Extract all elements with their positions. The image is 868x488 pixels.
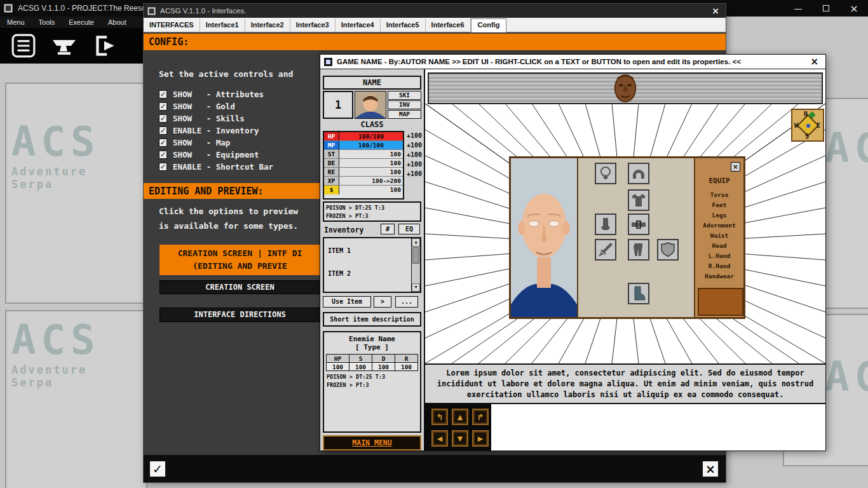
skills-button[interactable]: SKI	[388, 91, 421, 100]
compass-e: E	[817, 122, 820, 129]
move-forward-button[interactable]: ▲	[452, 409, 468, 425]
inventory-scrollbar[interactable]: ▲ ▼	[411, 238, 420, 292]
menu-item-menu[interactable]: Menu	[0, 18, 32, 26]
maximize-button[interactable]	[812, 0, 840, 17]
right-arrow-icon: ▶	[478, 435, 483, 443]
close-button[interactable]: ×	[840, 0, 868, 17]
project-panel	[5, 83, 147, 304]
character-avatar[interactable]	[355, 91, 386, 119]
tab-interface1[interactable]: Interface1	[200, 18, 245, 32]
config-intro-text: Set the active controls and	[159, 69, 293, 79]
move-right-button[interactable]: ▶	[472, 430, 489, 447]
waist-slot[interactable]	[628, 214, 649, 235]
checkbox-enable-inventory[interactable]: ✓ ENABLE - Inventory	[159, 125, 273, 137]
tab-interface6[interactable]: Interface6	[426, 18, 471, 32]
character-name-box[interactable]: NAME	[323, 76, 421, 90]
tab-interface2[interactable]: Interface2	[245, 18, 290, 32]
list-toolbar-button[interactable]	[6, 30, 41, 62]
menu-item-execute[interactable]: Execute	[62, 18, 101, 26]
creation-screen-intf-button[interactable]: CREATION SCREEN | INTF DI (EDITING AND P…	[159, 245, 320, 275]
handwear-slot[interactable]	[595, 214, 616, 235]
equip-close-icon[interactable]: ×	[731, 162, 740, 172]
de-label: DE	[324, 159, 339, 167]
boots-icon	[630, 285, 647, 302]
down-arrow-icon: ▼	[458, 435, 463, 443]
editing-text-line2: is available for some types.	[159, 221, 298, 231]
left-arrow-icon: ◀	[437, 435, 442, 443]
interfaces-window-title: ACSG V.1.1.0 - Interfaces.	[160, 7, 246, 15]
right-hand-slot[interactable]	[657, 239, 679, 261]
interfaces-bottombar: ✓ ×	[144, 455, 726, 482]
move-left-button[interactable]: ◀	[431, 430, 448, 447]
creation-button-line1: CREATION SCREEN | INTF DI	[159, 247, 320, 260]
checkbox-show-map[interactable]: ✓ SHOW - Map	[159, 137, 273, 149]
interfaces-titlebar: ACSG V.1.1.0 - Interfaces. ×	[144, 4, 726, 18]
scroll-down-icon[interactable]: ▼	[412, 283, 420, 292]
torso-slot[interactable]	[628, 189, 649, 211]
creation-screen-button[interactable]: CREATION SCREEN	[159, 280, 320, 294]
tab-interfaces[interactable]: INTERFACES	[144, 18, 200, 32]
close-icon[interactable]: ×	[712, 6, 719, 16]
checkbox-show-attributes[interactable]: ✓ SHOW - Attributes	[159, 88, 273, 100]
list-icon	[11, 33, 36, 58]
map-button[interactable]: MAP	[388, 110, 421, 119]
enemy-status-frozen: FROZEN > PT:3	[327, 381, 420, 390]
anvil-toolbar-button[interactable]	[47, 30, 81, 62]
adornment-slot[interactable]	[595, 163, 616, 184]
move-back-button[interactable]: ▼	[452, 430, 468, 447]
config-section-header: CONFIG:	[144, 34, 726, 50]
use-item-button[interactable]: Use Item	[323, 296, 371, 308]
enemy-r-value: 100	[395, 363, 418, 371]
minimize-button[interactable]: —	[784, 0, 812, 17]
inventory-button[interactable]: INV	[388, 100, 421, 109]
menu-item-about[interactable]: About	[101, 18, 133, 26]
equip-slot-label-head: Head	[695, 241, 743, 251]
tab-interface3[interactable]: Interface3	[290, 18, 336, 32]
next-item-button[interactable]: >	[374, 296, 391, 308]
inventory-eq-button[interactable]: EQ	[398, 224, 420, 234]
tab-interface5[interactable]: Interface5	[381, 18, 426, 32]
feet-slot[interactable]	[628, 283, 649, 304]
checkbox-enable-shortcut-bar[interactable]: ✓ ENABLE - Shortcut Bar	[159, 161, 273, 173]
more-options-button[interactable]: ...	[395, 296, 418, 308]
st-label: ST	[324, 150, 339, 158]
movement-controls: ↰ ▲ ↱ ◀ ▼ ▶	[425, 404, 491, 451]
compass-rose: N W E S	[791, 109, 824, 142]
character-level-box[interactable]: 1	[323, 91, 353, 119]
left-hand-slot[interactable]	[595, 239, 616, 261]
legs-slot[interactable]	[628, 239, 649, 261]
shield-icon	[660, 241, 676, 258]
interfaces-window-icon	[147, 7, 156, 15]
confirm-checkbox-icon[interactable]: ✓	[149, 460, 166, 478]
enemy-panel: Enemie Name [ Type ] HP S D R 100 100 10…	[323, 331, 421, 433]
inventory-item[interactable]: ITEM 2	[328, 270, 351, 277]
main-menu-button[interactable]: MAIN MENU	[323, 435, 421, 451]
scrollbar-thumb[interactable]	[412, 247, 419, 264]
checkbox-show-equipment[interactable]: ✓ SHOW - Equipment	[159, 149, 273, 161]
enemy-d-header: D	[372, 355, 395, 363]
menu-item-tools[interactable]: Tools	[32, 18, 62, 26]
turn-right-button[interactable]: ↱	[472, 409, 489, 425]
scroll-up-icon[interactable]: ▲	[412, 238, 420, 247]
tab-interface4[interactable]: Interface4	[336, 18, 381, 32]
inventory-title: Inventory	[324, 226, 363, 234]
game-titlebar: GAME NAME - By:AUTOR NAME >> EDIT UI - R…	[320, 55, 825, 69]
re-value: 100	[339, 168, 403, 176]
checkbox-show-skills[interactable]: ✓ SHOW - Skills	[159, 112, 273, 125]
message-line3: exercitation ullamco laboris nisi ut ali…	[425, 390, 825, 400]
interface-directions-button[interactable]: INTERFACE DIRECTIONS	[159, 308, 320, 322]
inventory-number-button[interactable]: #	[381, 224, 395, 234]
turn-left-button[interactable]: ↰	[431, 409, 448, 425]
carved-face-icon	[611, 74, 640, 103]
inventory-item[interactable]: ITEM 1	[328, 247, 351, 254]
equip-slot-label-lhand: L.Hand	[695, 251, 743, 261]
checkbox-show-gold[interactable]: ✓ SHOW - Gold	[159, 100, 273, 112]
window-controls: — ×	[784, 0, 868, 17]
run-toolbar-button[interactable]	[88, 30, 122, 62]
tab-config[interactable]: Config	[471, 18, 507, 32]
close-x-icon[interactable]: ×	[702, 460, 719, 478]
turn-left-icon: ↰	[437, 412, 444, 422]
run-icon	[92, 33, 118, 58]
close-icon[interactable]: ×	[810, 56, 818, 67]
head-slot[interactable]	[628, 163, 649, 184]
